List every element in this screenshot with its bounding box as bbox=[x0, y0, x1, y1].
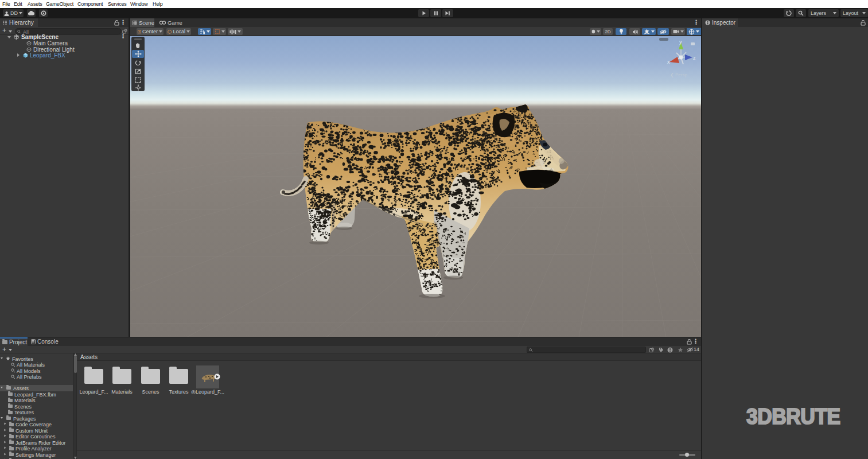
svg-text:z: z bbox=[693, 55, 696, 61]
svg-text:❮ Persp: ❮ Persp bbox=[670, 72, 687, 77]
svg-text:x: x bbox=[667, 59, 670, 65]
svg-text:y: y bbox=[679, 39, 682, 45]
